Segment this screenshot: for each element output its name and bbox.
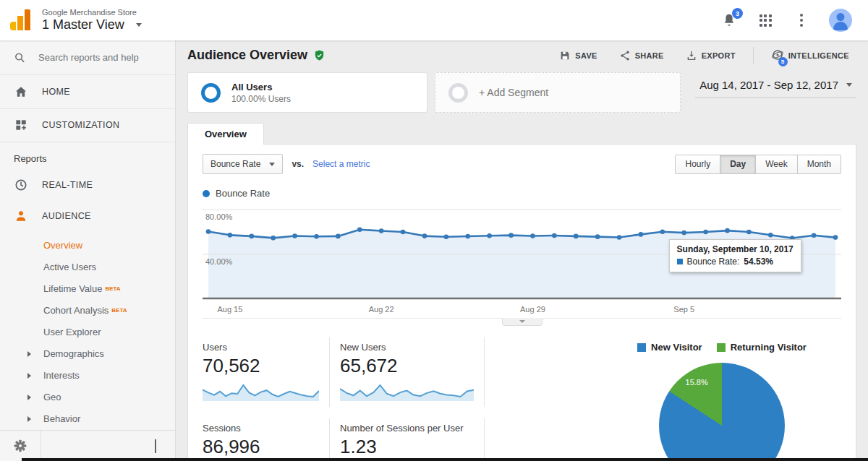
granularity-week-button[interactable]: Week: [755, 155, 797, 174]
metric-card-sessions-per-user[interactable]: Number of Sessions per User 1.23: [340, 418, 485, 461]
search-input[interactable]: [38, 52, 161, 63]
select-metric-link[interactable]: Select a metric: [312, 159, 370, 169]
tab-overview[interactable]: Overview: [187, 123, 264, 145]
data-point[interactable]: [574, 234, 579, 239]
collapse-chart-handle[interactable]: [502, 318, 542, 326]
data-point[interactable]: [422, 233, 427, 238]
export-button[interactable]: EXPORT: [678, 47, 743, 64]
subnav-label: Geo: [43, 392, 61, 402]
expand-arrow-icon: [27, 395, 31, 400]
visitor-type-pie[interactable]: 15.8% 84.2%: [659, 363, 785, 461]
data-point[interactable]: [465, 234, 470, 239]
sidebar-item-home[interactable]: HOME: [0, 75, 175, 108]
data-point[interactable]: [292, 233, 297, 238]
granularity-hourly-button[interactable]: Hourly: [675, 155, 720, 174]
subnav-item-interests[interactable]: Interests: [0, 365, 175, 387]
date-range-value: Aug 14, 2017 - Sep 12, 2017: [699, 79, 838, 91]
pie-slice-label: 15.8%: [686, 378, 708, 387]
data-point[interactable]: [379, 228, 384, 233]
data-point[interactable]: [660, 229, 665, 234]
notifications-button[interactable]: 3: [720, 12, 738, 29]
google-apps-button[interactable]: [757, 12, 774, 29]
kebab-menu-icon: [800, 14, 803, 27]
intelligence-button[interactable]: 5 INTELLIGENCE: [764, 46, 856, 66]
subnav-label: Active Users: [43, 262, 96, 272]
subnav-item-behavior[interactable]: Behavior: [0, 408, 175, 430]
subnav-item-user-explorer[interactable]: User Explorer: [0, 322, 175, 343]
data-point[interactable]: [314, 234, 319, 239]
data-point[interactable]: [552, 233, 557, 238]
subnav-item-geo[interactable]: Geo: [0, 387, 175, 408]
data-point[interactable]: [812, 233, 817, 238]
notification-badge: 3: [732, 8, 743, 19]
data-point[interactable]: [725, 228, 730, 233]
sidebar-item-customization[interactable]: CUSTOMIZATION: [0, 109, 175, 142]
granularity-day-button[interactable]: Day: [720, 155, 756, 174]
admin-settings-button[interactable]: [0, 431, 41, 461]
data-point[interactable]: [530, 233, 535, 238]
data-point[interactable]: [444, 235, 449, 240]
subnav-label: Overview: [43, 240, 82, 251]
subnav-label: Lifetime Value: [43, 283, 102, 294]
search-box[interactable]: [0, 40, 175, 75]
subnav-item-active-users[interactable]: Active Users: [0, 257, 175, 278]
metric-card-users[interactable]: Users 70,562: [203, 337, 330, 407]
collapse-sidebar-button[interactable]: [155, 439, 175, 452]
subnav-label: Demographics: [43, 348, 104, 359]
sidebar-item-realtime[interactable]: REAL-TIME: [0, 169, 175, 200]
data-point[interactable]: [357, 227, 362, 232]
chart-controls: Bounce Rate vs. Select a metric Hourly D…: [188, 145, 856, 181]
data-point[interactable]: [681, 231, 686, 236]
chart-tooltip: Sunday, September 10, 2017 Bounce Rate: …: [669, 239, 801, 272]
sidebar-item-audience[interactable]: AUDIENCE: [0, 200, 175, 231]
metric-selector-dropdown[interactable]: Bounce Rate: [203, 154, 283, 174]
share-button[interactable]: SHARE: [612, 47, 671, 64]
report-titlebar: Audience Overview SAVE SHARE EXPORT: [176, 40, 868, 70]
legend-label: New Visitor: [651, 342, 702, 353]
data-point[interactable]: [206, 229, 211, 234]
granularity-month-button[interactable]: Month: [797, 155, 841, 174]
tab-strip: Overview: [176, 123, 868, 144]
clock-icon: [14, 178, 28, 192]
metric-label: Sessions: [203, 423, 319, 434]
data-point[interactable]: [249, 234, 254, 239]
audience-subnav: Overview Active Users Lifetime ValueBETA…: [0, 232, 175, 430]
data-point[interactable]: [271, 236, 276, 241]
analytics-app: Google Merchandise Store 1 Master View 3: [0, 0, 868, 461]
data-point[interactable]: [228, 233, 233, 238]
subnav-item-overview[interactable]: Overview: [0, 235, 175, 257]
data-point[interactable]: [509, 233, 514, 238]
view-selector[interactable]: 1 Master View: [42, 17, 142, 33]
bounce-rate-chart[interactable]: 80.00%40.00% Sunday, September 10, 2017 …: [203, 206, 841, 301]
add-segment-button[interactable]: + Add Segment: [435, 72, 681, 113]
user-avatar[interactable]: [829, 9, 852, 32]
save-button[interactable]: SAVE: [552, 47, 604, 64]
metric-card-new-users[interactable]: New Users 65,672: [340, 337, 485, 407]
data-point[interactable]: [617, 235, 622, 240]
top-header: Google Merchandise Store 1 Master View 3: [0, 0, 868, 40]
metric-card-sessions[interactable]: Sessions 86,996: [203, 418, 330, 461]
data-point[interactable]: [336, 234, 341, 239]
chevron-down-icon: [846, 83, 852, 87]
subnav-item-cohort-analysis[interactable]: Cohort AnalysisBETA: [0, 300, 175, 322]
intelligence-label: INTELLIGENCE: [788, 51, 849, 60]
data-point[interactable]: [639, 232, 644, 237]
x-axis-label: Aug 15: [217, 305, 242, 314]
more-options-button[interactable]: [793, 12, 810, 29]
segment-all-users[interactable]: All Users 100.00% Users: [187, 72, 427, 113]
metric-value: 86,996: [203, 436, 319, 458]
chart-footer: [203, 318, 841, 327]
series-square-icon: [677, 259, 683, 264]
data-point[interactable]: [833, 235, 838, 240]
data-point[interactable]: [595, 234, 600, 239]
data-point[interactable]: [487, 233, 492, 238]
series-name: Bounce Rate: [216, 188, 270, 199]
data-point[interactable]: [703, 230, 708, 235]
data-point[interactable]: [768, 233, 773, 238]
subnav-item-demographics[interactable]: Demographics: [0, 343, 175, 365]
subnav-item-lifetime-value[interactable]: Lifetime ValueBETA: [0, 278, 175, 300]
data-point[interactable]: [401, 230, 406, 235]
data-point[interactable]: [746, 230, 752, 235]
window-bottom-edge: [22, 458, 868, 461]
date-range-picker[interactable]: Aug 14, 2017 - Sep 12, 2017: [695, 72, 856, 98]
